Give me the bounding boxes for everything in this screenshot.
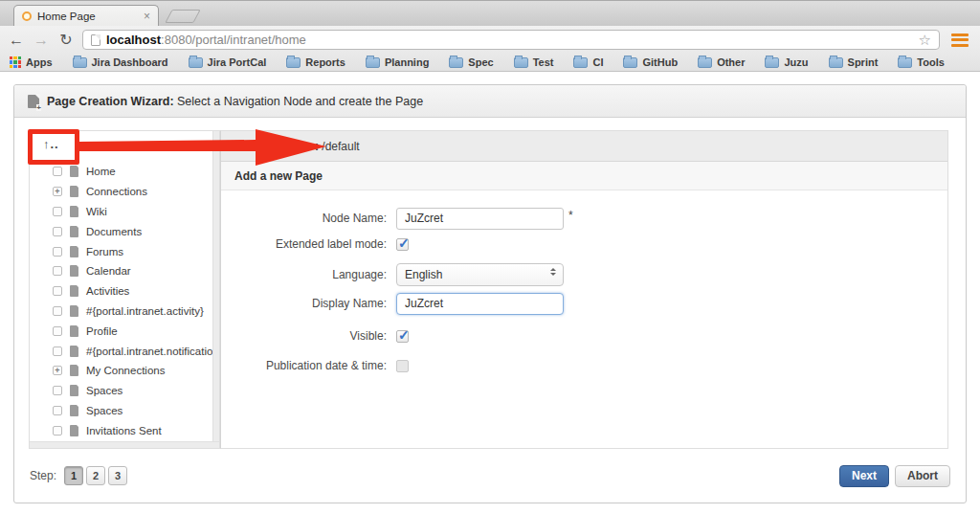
folder-icon: [765, 57, 779, 68]
expand-toggle-icon[interactable]: [53, 167, 62, 176]
page-icon: [70, 166, 78, 177]
bookmark-folder[interactable]: Spec: [449, 56, 493, 68]
wizard-footer: Step: 1 2 3 Next Abort: [30, 462, 950, 489]
step-pager: 1 2 3: [64, 466, 127, 485]
navigation-tree-panel: ↑.. Home Connections Wiki: [29, 130, 220, 449]
bookmark-folder[interactable]: Reports: [286, 56, 345, 68]
folder-icon: [366, 57, 380, 68]
tree-node[interactable]: Wiki: [30, 202, 219, 222]
tree-node[interactable]: Profile: [30, 321, 219, 341]
tree-node[interactable]: Forums: [30, 241, 219, 261]
tree-node[interactable]: Activities: [30, 281, 219, 302]
wizard-title-rest: Select a Navigation Node and create the …: [174, 95, 424, 108]
node-name-label: Node Name:: [221, 212, 387, 225]
tree-node[interactable]: #{portal.intranet.notifications}: [30, 341, 219, 361]
tree-node-label: Connections: [86, 186, 147, 197]
bookmark-folder[interactable]: Planning: [366, 56, 429, 68]
tree-node[interactable]: Calendar: [30, 261, 219, 281]
bookmark-folder[interactable]: Other: [698, 56, 745, 68]
folder-icon: [698, 57, 712, 68]
browser-tab[interactable]: Home Page ×: [13, 5, 159, 27]
page-icon: [70, 186, 78, 197]
bookmark-folder[interactable]: GitHub: [623, 56, 678, 68]
step-button[interactable]: 3: [108, 466, 127, 485]
url-text[interactable]: localhost:8080/portal/intranet/home: [106, 33, 913, 47]
selected-node-path: : /default: [315, 140, 360, 153]
annotation-highlight-box: [28, 129, 79, 165]
expand-toggle-icon[interactable]: [53, 326, 62, 336]
tab-title: Home Page: [37, 11, 138, 22]
bookmark-folder[interactable]: Sprint: [829, 56, 879, 68]
chrome-menu-icon[interactable]: [951, 34, 969, 47]
tree-node[interactable]: Spaces: [30, 381, 219, 401]
folder-icon: [898, 57, 912, 68]
display-name-input[interactable]: [396, 293, 564, 315]
bookmark-folder[interactable]: Test: [514, 56, 554, 68]
tree-node[interactable]: Connections: [30, 182, 219, 202]
page-icon: [70, 325, 78, 337]
language-select[interactable]: English: [396, 263, 564, 286]
bookmark-label: Tools: [917, 56, 945, 68]
tree-node[interactable]: #{portal.intranet.activity}: [30, 302, 219, 322]
expand-toggle-icon[interactable]: [53, 426, 62, 436]
folder-icon: [286, 57, 301, 68]
expand-toggle-icon[interactable]: [53, 227, 62, 236]
url-path: :8080/portal/intranet/home: [161, 33, 306, 47]
tree-node[interactable]: Invitations Sent: [30, 420, 219, 440]
tree-node-label: Home: [86, 166, 116, 177]
bookmark-label: CI: [592, 56, 603, 68]
bookmark-apps[interactable]: Apps: [10, 56, 53, 68]
bookmark-label: Jira PortCal: [208, 56, 267, 68]
tree-node-label: Documents: [86, 226, 142, 237]
bookmark-folder[interactable]: Jira Dashboard: [73, 56, 168, 68]
browser-toolbar: ← → ↻ localhost:8080/portal/intranet/hom…: [0, 26, 980, 54]
expand-toggle-icon[interactable]: [53, 286, 62, 296]
bookmark-star-icon[interactable]: ☆: [919, 32, 931, 49]
favicon: [22, 11, 32, 21]
bookmark-folder[interactable]: Jira PortCal: [189, 56, 267, 68]
tree-node-label: #{portal.intranet.notifications}: [86, 346, 220, 357]
new-tab-button[interactable]: [165, 10, 200, 23]
step-button[interactable]: 1: [64, 466, 83, 485]
expand-toggle-icon[interactable]: [53, 187, 62, 196]
abort-button[interactable]: Abort: [895, 465, 950, 487]
expand-toggle-icon[interactable]: [53, 386, 62, 395]
publication-checkbox[interactable]: [396, 360, 409, 372]
tree-node-label: Spaces: [86, 405, 122, 416]
bookmark-folder[interactable]: Juzu: [765, 56, 808, 68]
reload-icon[interactable]: ↻: [57, 33, 75, 48]
bookmark-label: GitHub: [642, 56, 678, 68]
bookmark-label: Planning: [385, 56, 429, 68]
address-bar[interactable]: localhost:8080/portal/intranet/home ☆: [82, 30, 940, 50]
tree-node[interactable]: My Connections: [30, 361, 219, 381]
tree-vertical-scrollbar[interactable]: [212, 131, 219, 448]
tree-horizontal-scrollbar[interactable]: [30, 441, 219, 448]
back-icon[interactable]: ←: [8, 33, 25, 48]
language-label: Language:: [221, 268, 387, 281]
extended-label-checkbox[interactable]: [396, 238, 409, 251]
expand-toggle-icon[interactable]: [53, 266, 62, 276]
node-path-value: /default: [319, 140, 360, 153]
expand-toggle-icon[interactable]: [53, 207, 62, 216]
next-button[interactable]: Next: [839, 465, 889, 487]
step-button[interactable]: 2: [86, 466, 105, 485]
page-icon: [70, 206, 78, 217]
page-icon: [70, 226, 78, 237]
expand-toggle-icon[interactable]: [53, 306, 62, 316]
bookmark-folder[interactable]: CI: [573, 56, 603, 68]
tab-close-icon[interactable]: ×: [144, 11, 150, 22]
expand-toggle-icon[interactable]: [53, 346, 62, 356]
bookmark-label: Apps: [26, 56, 53, 68]
node-name-input[interactable]: [396, 208, 564, 230]
tree-node-label: Activities: [86, 285, 129, 297]
expand-toggle-icon[interactable]: [53, 247, 62, 257]
folder-icon: [189, 57, 203, 68]
tree-node[interactable]: Documents: [30, 221, 219, 241]
tree-node[interactable]: Home: [30, 162, 219, 182]
expand-toggle-icon[interactable]: [53, 406, 62, 415]
tree-node-label: Wiki: [86, 206, 107, 217]
bookmark-folder[interactable]: Tools: [898, 56, 945, 68]
expand-toggle-icon[interactable]: [53, 366, 62, 375]
visible-checkbox[interactable]: [396, 330, 409, 343]
tree-node[interactable]: Spaces: [30, 401, 219, 421]
